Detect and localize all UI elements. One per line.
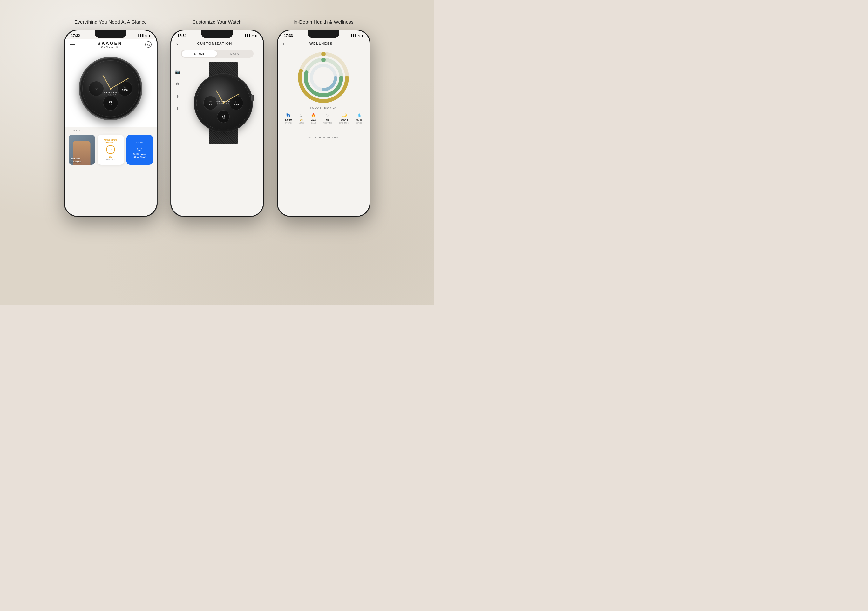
steps-icon: 👣 <box>286 113 291 118</box>
steps-value: 3,980 <box>285 118 292 121</box>
brand-sub: DENMARK <box>98 46 122 48</box>
wellness-rings: L <box>278 49 369 106</box>
hamburger-icon[interactable] <box>70 43 75 46</box>
signal-icon: ▐▐▐ <box>137 34 143 37</box>
watch-center-dot <box>110 88 112 90</box>
active-minutes: 26 <box>109 155 112 158</box>
resting-label: RESTING <box>323 122 332 124</box>
wifi-icon: ≋ <box>145 34 147 37</box>
text-tool[interactable]: T <box>174 104 181 112</box>
ring-inner-svg <box>310 63 338 91</box>
heart-icon: ♡ <box>95 87 98 90</box>
phone2: 17:34 ▐▐▐ ≋ ▮ ‹ CUSTOMIZATION STYLE <box>170 29 264 217</box>
cals-label: CALS <box>311 122 316 124</box>
watch2-band-top <box>209 62 238 77</box>
phone1-time: 17:32 <box>71 34 80 37</box>
stat-steps: 👣 3,980 STEPS <box>285 113 292 124</box>
subdial-number: 3980 <box>122 88 128 91</box>
phone3-header: ‹ WELLNESS <box>278 39 369 49</box>
phone-icon-2: 📞 <box>235 101 237 103</box>
phone2-watch-area: 📷 ✿ ◗ T SKAGEN <box>171 62 263 147</box>
mins-value: 26 <box>300 118 303 121</box>
phone3-notch <box>308 31 339 38</box>
phone3-column: In-Depth Health & Wellness 17:33 ▐▐▐ ≋ ▮… <box>277 19 370 217</box>
welcome-text: Welcometo Skagen <box>71 157 81 163</box>
alexa-cta: Set Up YourAlexa Now! <box>133 153 146 158</box>
phone3-time: 17:33 <box>284 34 293 37</box>
active-minutes-section: ACTIVE MINUTES <box>278 133 369 142</box>
back-button-3[interactable]: ‹ <box>283 41 284 46</box>
wifi-icon-3: ≋ <box>358 34 360 37</box>
signal-icon-3: ▐▐▐ <box>350 34 356 37</box>
scroll-indicator <box>317 130 330 131</box>
steps-label: STEPS <box>285 122 291 124</box>
cals-value: 222 <box>311 118 316 121</box>
phone1-status-icons: ▐▐▐ ≋ ▮ <box>137 34 150 37</box>
subdial-right-val: 3980 <box>234 103 239 105</box>
heart-stat-icon: ♡ <box>326 113 330 118</box>
heart-icon-2: ♡ <box>209 101 212 103</box>
mins-label: MINS <box>299 122 304 124</box>
watch2-center-dot <box>223 102 224 104</box>
updates-cards: Welcometo Skagen Active MinuteReached ! … <box>69 135 153 165</box>
alexa-smile-icon: ◡ <box>137 144 142 152</box>
updates-section: UPDATES Welcometo Skagen Active MinuteRe… <box>65 127 157 167</box>
today-date: TODAY, MAY 24 <box>278 106 369 109</box>
moon-stat-icon: 🌙 <box>342 113 347 118</box>
wellness-stats: 👣 3,980 STEPS ⏱ 26 MINS 🔥 222 CALS <box>278 113 369 124</box>
phone3: 17:33 ▐▐▐ ≋ ▮ ‹ WELLNESS <box>277 29 370 217</box>
watch2-case: SKAGEN DENMARK ♡ 83 📞 3980 <box>196 76 250 130</box>
alexa-label: alexa <box>136 141 143 143</box>
brand-name: SKAGEN <box>98 41 122 46</box>
divider <box>283 128 364 128</box>
watch-subdial-left: ♡ <box>88 81 104 96</box>
watch2-subdial-bottom: 24 TUE <box>217 110 230 123</box>
back-button[interactable]: ‹ <box>176 41 178 46</box>
watch-day: TUE <box>108 104 113 105</box>
wellness-title: WELLNESS <box>310 42 333 45</box>
phone2-header: ‹ CUSTOMIZATION <box>171 39 263 49</box>
active-title: Active MinuteReached ! <box>104 139 117 144</box>
resting-value: 65 <box>326 118 329 121</box>
watch2-outer: SKAGEN DENMARK ♡ 83 📞 3980 <box>187 62 260 144</box>
phone-icon: 📞 <box>123 86 126 88</box>
phone2-sidebar: 📷 ✿ ◗ T <box>171 62 184 147</box>
mins-icon: ⏱ <box>299 113 303 118</box>
phone2-status-icons: ▐▐▐ ≋ ▮ <box>244 34 256 37</box>
phone1-notch <box>95 31 126 38</box>
alexa-card[interactable]: alexa ◡ Set Up YourAlexa Now! <box>126 135 153 165</box>
phone2-column: Customize Your Watch 17:34 ▐▐▐ ≋ ▮ ‹ CUS… <box>170 19 264 217</box>
signal-icon-2: ▐▐▐ <box>244 34 250 37</box>
phone2-notch <box>201 31 233 38</box>
phone1-title: Everything You Need At A Glance <box>74 19 147 25</box>
phone1-watch-display: SKAGEN DENMARK ♡ 📞 3980 <box>65 51 157 127</box>
spo2-value: 97% <box>356 118 362 121</box>
active-card[interactable]: Active MinuteReached ! ○ 26 MINUTES <box>98 135 124 165</box>
tab-data[interactable]: DATA <box>217 51 253 57</box>
tab-style[interactable]: STYLE <box>182 51 217 57</box>
camera-tool[interactable]: 📷 <box>174 68 181 76</box>
cals-icon: 🔥 <box>311 113 316 118</box>
crown-button <box>251 95 254 101</box>
rings-container: L <box>298 52 349 103</box>
welcome-card[interactable]: Welcometo Skagen <box>69 135 95 165</box>
stat-hrs: 🌙 06:41 HRS MINS <box>339 113 350 124</box>
phone1-watch-face: SKAGEN DENMARK ♡ 📞 3980 <box>79 57 143 121</box>
phone3-title: In-Depth Health & Wellness <box>293 19 353 25</box>
battery-icon-2: ▮ <box>255 34 257 37</box>
hrs-value: 06:41 <box>341 118 348 121</box>
moon-tool[interactable]: ◗ <box>174 92 181 100</box>
stat-cals: 🔥 222 CALS <box>311 113 316 124</box>
stat-mins: ⏱ 26 MINS <box>299 113 304 124</box>
watch2-subdial-left: ♡ 83 <box>203 96 218 110</box>
spo2-label: SPO2 <box>356 122 362 124</box>
phone2-watch-display: SKAGEN DENMARK ♡ 83 📞 3980 <box>184 62 263 147</box>
phone2-time: 17:34 <box>178 34 186 37</box>
palette-tool[interactable]: ✿ <box>174 80 181 88</box>
date-val-2: 24 <box>222 114 225 117</box>
watch-header-icon[interactable] <box>145 41 152 48</box>
battery-icon: ▮ <box>149 34 150 37</box>
subdial-left-val: 83 <box>209 103 212 105</box>
battery-icon-3: ▮ <box>361 34 363 37</box>
phone1: 17:32 ▐▐▐ ≋ ▮ SKAGEN DENMARK <box>64 29 158 217</box>
